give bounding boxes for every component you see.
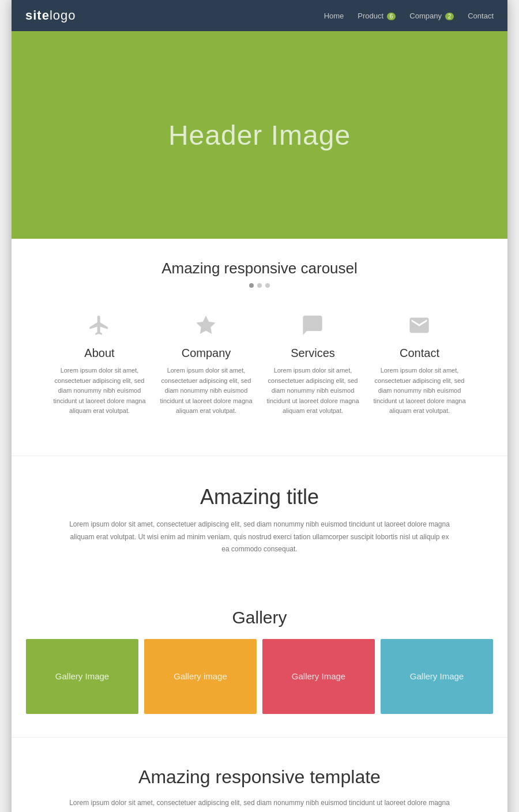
template-text: Lorem ipsum dolor sit amet, consectetuer… xyxy=(58,797,461,812)
feature-contact-text: Lorem ipsum dolor sit amet, consectetuer… xyxy=(373,366,467,416)
carousel-title: Amazing responsive carousel xyxy=(35,260,484,277)
logo-logo: logo xyxy=(50,8,76,22)
feature-about-text: Lorem ipsum dolor sit amet, consectetuer… xyxy=(52,366,146,416)
dot-2[interactable] xyxy=(257,283,262,288)
gallery-item-2[interactable]: Gallery image xyxy=(144,639,257,714)
feature-about: About Lorem ipsum dolor sit amet, consec… xyxy=(52,311,146,416)
template-section: Amazing responsive template Lorem ipsum … xyxy=(12,737,507,812)
features-grid: About Lorem ipsum dolor sit amet, consec… xyxy=(35,305,484,439)
gallery-label-4: Gallery Image xyxy=(410,671,464,681)
gallery-item-4[interactable]: Gallery Image xyxy=(381,639,493,714)
gallery-title: Gallery xyxy=(23,608,496,627)
dot-1[interactable] xyxy=(249,283,254,288)
main-nav: sitelogo Home Product 6 Company 2 Contac… xyxy=(12,0,507,31)
company-badge: 2 xyxy=(445,13,454,20)
feature-contact: Contact Lorem ipsum dolor sit amet, cons… xyxy=(373,311,467,416)
chat-icon xyxy=(266,311,360,340)
mail-icon xyxy=(373,311,467,340)
amazing-text: Lorem ipsum dolor sit amet, consectetuer… xyxy=(69,518,450,556)
nav-product[interactable]: Product 6 xyxy=(358,12,396,20)
feature-services: Services Lorem ipsum dolor sit amet, con… xyxy=(266,311,360,416)
nav-company[interactable]: Company 2 xyxy=(409,12,454,20)
nav-links: Home Product 6 Company 2 Contact xyxy=(324,12,494,20)
gallery-label-2: Gallery image xyxy=(174,671,227,681)
carousel-dots xyxy=(35,283,484,288)
amazing-title: Amazing title xyxy=(69,485,450,509)
star-icon xyxy=(159,311,253,340)
dot-3[interactable] xyxy=(265,283,270,288)
nav-contact[interactable]: Contact xyxy=(468,12,494,20)
site-logo[interactable]: sitelogo xyxy=(25,8,76,23)
feature-company: Company Lorem ipsum dolor sit amet, cons… xyxy=(159,311,253,416)
gallery-item-3[interactable]: Gallery Image xyxy=(262,639,375,714)
plane-icon xyxy=(52,311,146,340)
gallery-section: Gallery Gallery Image Gallery image Gall… xyxy=(12,585,507,737)
carousel-section: Amazing responsive carousel About Lorem … xyxy=(12,239,507,456)
feature-company-name: Company xyxy=(159,347,253,360)
feature-company-text: Lorem ipsum dolor sit amet, consectetuer… xyxy=(159,366,253,416)
template-title: Amazing responsive template xyxy=(58,766,461,788)
feature-contact-name: Contact xyxy=(373,347,467,360)
amazing-section: Amazing title Lorem ipsum dolor sit amet… xyxy=(12,456,507,585)
feature-services-text: Lorem ipsum dolor sit amet, consectetuer… xyxy=(266,366,360,416)
gallery-item-1[interactable]: Gallery Image xyxy=(26,639,138,714)
hero-section: Header Image xyxy=(12,31,507,239)
hero-title: Header Image xyxy=(168,119,351,151)
feature-about-name: About xyxy=(52,347,146,360)
gallery-label-3: Gallery Image xyxy=(292,671,345,681)
product-badge: 6 xyxy=(387,13,396,20)
gallery-grid: Gallery Image Gallery image Gallery Imag… xyxy=(23,639,496,714)
feature-services-name: Services xyxy=(266,347,360,360)
nav-home[interactable]: Home xyxy=(324,12,344,20)
logo-site: site xyxy=(25,8,50,22)
gallery-label-1: Gallery Image xyxy=(55,671,109,681)
